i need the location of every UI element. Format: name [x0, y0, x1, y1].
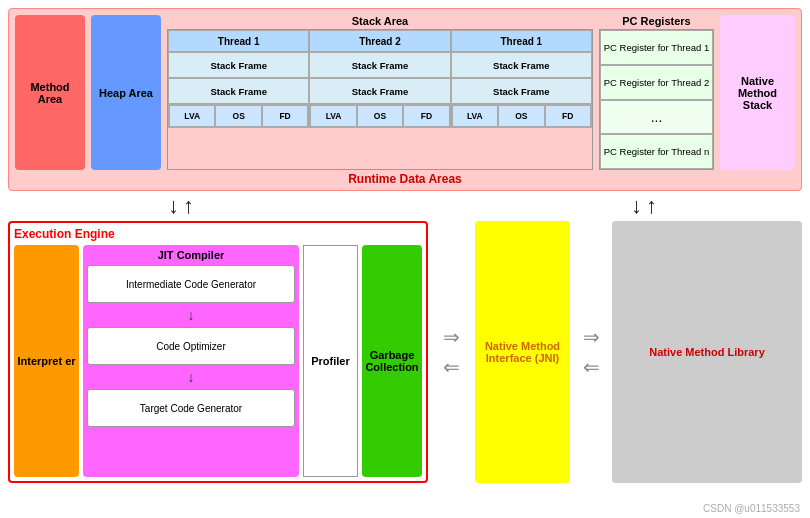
os-3: OS: [498, 105, 544, 127]
arrow-up-right: ↑: [646, 195, 657, 217]
right-arrows: ↓ ↑: [631, 195, 657, 217]
bottom-section: Execution Engine Interpret er JIT Compil…: [0, 221, 810, 491]
execution-engine-title: Execution Engine: [14, 227, 422, 241]
lva-3: LVA: [452, 105, 498, 127]
native-method-stack: Native Method Stack: [720, 15, 795, 170]
fd-1: FD: [262, 105, 308, 127]
jit-arrow-1: ↓: [87, 307, 295, 323]
pc-dots: ...: [600, 100, 713, 135]
lva-1: LVA: [169, 105, 215, 127]
stack-frame-2-1: Stack Frame: [168, 78, 309, 104]
lva-2: LVA: [310, 105, 356, 127]
fd-2: FD: [403, 105, 449, 127]
lva-row-3: LVA OS FD: [451, 104, 592, 128]
pc-registers: PC Registers PC Register for Thread 1 PC…: [599, 15, 714, 170]
thread-2-header: Thread 2: [309, 30, 450, 52]
heap-area: Heap Area: [91, 15, 161, 170]
jit-arrow-2: ↓: [87, 369, 295, 385]
os-1: OS: [215, 105, 261, 127]
native-method-library: Native Method Library: [612, 221, 802, 483]
horiz-arrow-left-2: ⇐: [583, 355, 600, 379]
target-code-generator: Target Code Generator: [87, 389, 295, 427]
stack-frame-2-3: Stack Frame: [451, 78, 592, 104]
exec-inner: Interpret er JIT Compiler Intermediate C…: [14, 245, 422, 477]
stack-grid: Thread 1 Thread 2 Thread 1 Stack Frame S…: [167, 29, 593, 170]
arrow-up-left: ↑: [183, 195, 194, 217]
pc-thread-n: PC Register for Thread n: [600, 134, 713, 169]
stack-area: Stack Area Thread 1 Thread 2 Thread 1 St…: [167, 15, 593, 170]
code-optimizer: Code Optimizer: [87, 327, 295, 365]
pc-title: PC Registers: [599, 15, 714, 27]
thread-3-header: Thread 1: [451, 30, 592, 52]
runtime-data-areas: Method Area Heap Area Stack Area Thread …: [8, 8, 802, 191]
profiler: Profiler: [303, 245, 358, 477]
interpreter: Interpret er: [14, 245, 79, 477]
os-2: OS: [357, 105, 403, 127]
lva-row-2: LVA OS FD: [309, 104, 450, 128]
thread-1-header: Thread 1: [168, 30, 309, 52]
garbage-collection: Garbage Collection: [362, 245, 422, 477]
stack-frame-1-1: Stack Frame: [168, 52, 309, 78]
watermark: CSDN @u011533553: [703, 503, 800, 514]
execution-engine: Execution Engine Interpret er JIT Compil…: [8, 221, 428, 483]
jit-compiler: JIT Compiler Intermediate Code Generator…: [83, 245, 299, 477]
runtime-data-areas-label: Runtime Data Areas: [15, 172, 795, 186]
stack-frame-2-2: Stack Frame: [309, 78, 450, 104]
horiz-arrow-right-2: ⇒: [583, 325, 600, 349]
stack-area-title: Stack Area: [167, 15, 593, 27]
pc-thread-2: PC Register for Thread 2: [600, 65, 713, 100]
pc-grid: PC Register for Thread 1 PC Register for…: [599, 29, 714, 170]
left-arrows: ↓ ↑: [168, 195, 194, 217]
jit-title: JIT Compiler: [87, 249, 295, 261]
arrow-down-right: ↓: [631, 195, 642, 217]
middle-arrows: ⇒ ⇐: [434, 221, 469, 483]
pc-thread-1: PC Register for Thread 1: [600, 30, 713, 65]
stack-frame-1-2: Stack Frame: [309, 52, 450, 78]
right-arrows: ⇒ ⇐: [576, 221, 606, 483]
method-area: Method Area: [15, 15, 85, 170]
native-method-interface: Native Method Interface (JNI): [475, 221, 570, 483]
arrow-down-left: ↓: [168, 195, 179, 217]
lva-row-1: LVA OS FD: [168, 104, 309, 128]
arrows-row: ↓ ↑ ↓ ↑: [0, 191, 810, 221]
stack-frame-1-3: Stack Frame: [451, 52, 592, 78]
intermediate-code-generator: Intermediate Code Generator: [87, 265, 295, 303]
fd-3: FD: [545, 105, 591, 127]
horiz-arrow-right-1: ⇒: [443, 325, 460, 349]
horiz-arrow-left-1: ⇐: [443, 355, 460, 379]
